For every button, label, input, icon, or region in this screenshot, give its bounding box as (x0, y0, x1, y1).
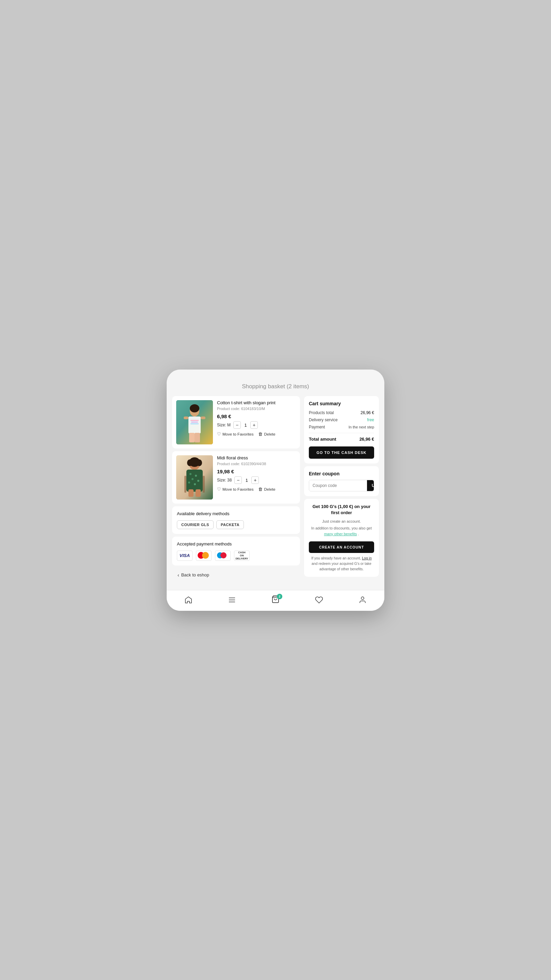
cart-summary-title: Cart summary (309, 401, 374, 406)
product-price-1: 6,98 € (217, 414, 296, 419)
summary-row-products: Products total 26,96 € (309, 410, 374, 415)
promo-title: Get 100 G's (1,00 €) on your first order (309, 504, 374, 516)
nav-account[interactable] (359, 596, 367, 604)
delete-btn-1[interactable]: 🗑 Delete (258, 431, 275, 437)
promo-desc2: In addition to discounts, you also get m… (309, 525, 374, 537)
chevron-left-icon: ‹ (178, 572, 179, 578)
product-actions-1: ♡ Move to Favorites 🗑 Delete (217, 431, 296, 437)
nav-cart[interactable]: 2 (272, 595, 279, 605)
product-info-2: Midi floral dress Product code: 6102390/… (217, 455, 296, 500)
delivery-label: Delivery service (309, 417, 338, 422)
payment-icons: VISA (177, 550, 295, 561)
login-link[interactable]: Log in (362, 556, 372, 560)
qty-control-1: − 1 + (233, 421, 258, 429)
home-icon (184, 596, 192, 604)
delivery-courier-gls[interactable]: COURIER GLS (177, 520, 214, 529)
product-code-2: Product code: 6102390/44/38 (217, 462, 296, 466)
nav-menu[interactable] (228, 596, 236, 604)
bottom-nav: 2 (167, 590, 384, 611)
qty-num-1: 1 (243, 423, 248, 428)
coupon-use-button[interactable]: USE (367, 480, 374, 491)
page-title-text: Shopping basket (242, 383, 285, 390)
svg-rect-26 (195, 489, 201, 497)
payment-title: Accepted payment methods (177, 541, 295, 546)
back-link-text: Back to eshop (181, 572, 209, 578)
svg-point-16 (187, 460, 192, 466)
create-account-button[interactable]: CREATE AN ACCOUNT (309, 541, 374, 553)
nav-favorites[interactable] (315, 596, 323, 604)
qty-decrease-1[interactable]: − (233, 421, 241, 429)
move-to-favorites-1[interactable]: ♡ Move to Favorites (217, 431, 253, 437)
trash-icon-2: 🗑 (258, 487, 263, 492)
cart-badge: 2 (277, 594, 282, 599)
coupon-row: USE (309, 480, 374, 492)
svg-rect-5 (189, 417, 201, 434)
page-title: Shopping basket (2 items) (167, 379, 384, 396)
qty-decrease-2[interactable]: − (234, 476, 242, 484)
dress-illustration (176, 455, 213, 500)
device-frame: Shopping basket (2 items) (167, 369, 384, 611)
page-content: Shopping basket (2 items) (167, 369, 384, 611)
delivery-title: Available delivery methods (177, 511, 295, 516)
coupon-input[interactable] (309, 480, 367, 491)
delivery-options: COURIER GLS PACKETA (177, 520, 295, 529)
product-card-2: Midi floral dress Product code: 6102390/… (172, 451, 300, 504)
cash-text: CASHONDELIVERY (235, 550, 249, 561)
promo-card: Get 100 G's (1,00 €) on your first order… (304, 499, 379, 577)
trash-icon-1: 🗑 (258, 431, 263, 437)
svg-point-20 (195, 475, 197, 477)
user-icon (359, 596, 367, 604)
visa-text: VISA (179, 553, 190, 558)
delete-btn-2[interactable]: 🗑 Delete (258, 487, 275, 492)
svg-rect-10 (201, 417, 205, 419)
cash-on-delivery-icon: CASHONDELIVERY (234, 550, 250, 561)
coupon-card: Enter coupon USE (304, 466, 379, 496)
back-to-eshop-link[interactable]: ‹ Back to eshop (172, 568, 300, 585)
qty-control-2: − 1 + (234, 476, 259, 484)
product-actions-2: ♡ Move to Favorites 🗑 Delete (217, 487, 296, 492)
payment-methods-card: Accepted payment methods VISA (172, 537, 300, 566)
menu-icon (228, 596, 236, 604)
svg-point-23 (188, 482, 190, 484)
qty-num-2: 1 (244, 478, 249, 483)
svg-rect-25 (189, 489, 194, 497)
summary-divider (309, 433, 374, 433)
delivery-packeta[interactable]: PACKETA (216, 520, 244, 529)
summary-row-delivery: Delivery service free (309, 417, 374, 422)
products-total-label: Products total (309, 410, 333, 415)
left-column: Cotton t-shirt with slogan print Product… (172, 396, 300, 585)
summary-row-payment: Payment In the next step (309, 425, 374, 430)
qty-increase-2[interactable]: + (251, 476, 259, 484)
maestro-red-circle (221, 552, 227, 558)
product-size-2: Size: 38 − 1 + (217, 476, 296, 484)
svg-rect-6 (191, 420, 198, 421)
svg-point-21 (192, 478, 194, 480)
cart-summary-card: Cart summary Products total 26,96 € Deli… (304, 396, 379, 463)
svg-rect-12 (195, 433, 200, 442)
qty-increase-1[interactable]: + (250, 421, 258, 429)
payment-value: In the next step (349, 425, 374, 429)
svg-rect-11 (189, 433, 195, 442)
svg-point-24 (194, 483, 196, 485)
move-to-favorites-2[interactable]: ♡ Move to Favorites (217, 487, 253, 492)
promo-desc: Just create an account. (309, 519, 374, 524)
coupon-title: Enter coupon (309, 471, 374, 476)
svg-point-22 (197, 480, 199, 482)
checkout-button[interactable]: GO TO THE CASH DESK (309, 447, 374, 459)
total-row: Total amount 26,96 € (309, 437, 374, 442)
heart-icon-1: ♡ (217, 431, 221, 437)
product-card-1: Cotton t-shirt with slogan print Product… (172, 396, 300, 449)
svg-point-17 (197, 460, 202, 466)
total-label: Total amount (309, 437, 337, 442)
item-count: (2 items) (287, 383, 309, 390)
product-code-1: Product code: 6104183/10/M (217, 407, 296, 411)
products-total-value: 26,96 € (360, 410, 374, 415)
delivery-methods-card: Available delivery methods COURIER GLS P… (172, 506, 300, 534)
main-layout: Cotton t-shirt with slogan print Product… (167, 396, 384, 585)
nav-home[interactable] (184, 596, 192, 604)
svg-rect-7 (191, 422, 198, 423)
svg-rect-9 (184, 417, 189, 419)
promo-benefits-link[interactable]: many other benefits (324, 532, 357, 536)
right-column: Cart summary Products total 26,96 € Deli… (304, 396, 379, 585)
heart-icon-2: ♡ (217, 487, 221, 492)
